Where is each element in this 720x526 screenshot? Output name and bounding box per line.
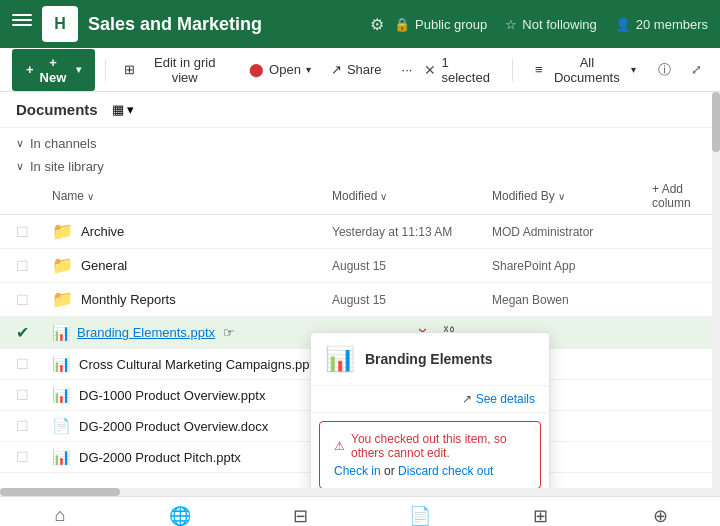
more-button[interactable]: ··· <box>394 57 421 82</box>
pptx-icon: 📊 <box>52 386 71 404</box>
calendar-icon: ⊟ <box>293 505 308 527</box>
folder-icon: 📁 <box>52 255 73 276</box>
popup-warning-header: ⚠ You checked out this item, so others c… <box>334 432 526 460</box>
view-chevron-icon: ▾ <box>127 102 134 117</box>
nav-calendar[interactable]: ⊟ <box>275 497 325 527</box>
popup-title: Branding Elements <box>365 351 493 367</box>
col-modified[interactable]: Modified ∨ <box>332 182 492 210</box>
share-icon: ↗ <box>331 62 342 77</box>
modified-by: Megan Bowen <box>492 293 652 307</box>
col-add-column[interactable]: + Add column <box>652 182 720 210</box>
row-checkbox[interactable]: ☐ <box>16 292 52 308</box>
pptx-icon: 📊 <box>52 448 71 466</box>
modified-date: Yesterday at 11:13 AM <box>332 225 492 239</box>
nav-add[interactable]: ⊕ <box>635 497 685 527</box>
table-row[interactable]: ☐ 📁 General August 15 SharePoint App <box>0 249 720 283</box>
people-icon: 👤 <box>615 17 631 32</box>
scroll-thumb[interactable] <box>712 92 720 152</box>
pptx-icon: 📊 <box>52 324 71 342</box>
list-icon: ≡ <box>535 62 543 77</box>
popup-warning: ⚠ You checked out this item, so others c… <box>319 421 541 488</box>
deselect-icon[interactable]: ✕ <box>424 62 436 78</box>
pptx-icon: 📊 <box>52 355 71 373</box>
new-button[interactable]: + + New ▾ <box>12 49 95 91</box>
top-bar-meta: 🔒 Public group ☆ Not following 👤 20 memb… <box>394 17 708 32</box>
open-icon: ⬤ <box>249 62 264 77</box>
file-name: DG-2000 Product Pitch.pptx <box>79 450 241 465</box>
popup-warning-links: Check in or Discard check out <box>334 464 526 478</box>
edit-grid-button[interactable]: ⊞ Edit in grid view <box>116 50 237 90</box>
modified-by: MOD Administrator <box>492 225 652 239</box>
chevron-down-icon: ∨ <box>16 137 24 150</box>
top-bar: H Sales and Marketing ⚙ 🔒 Public group ☆… <box>0 0 720 48</box>
grid-icon: ⊞ <box>124 62 135 77</box>
document-icon: 📄 <box>409 505 431 527</box>
popup-pptx-icon: 📊 <box>325 345 355 373</box>
toolbar: + + New ▾ ⊞ Edit in grid view ⬤ Open ▾ ↗… <box>0 48 720 92</box>
nav-home[interactable]: ⌂ <box>35 497 85 527</box>
follow-button[interactable]: ☆ Not following <box>505 17 596 32</box>
in-channels-tree-item[interactable]: ∨ In channels <box>16 134 704 153</box>
expand-icon[interactable]: ⤢ <box>685 58 708 81</box>
modified-by: SharePoint App <box>492 259 652 273</box>
toolbar-right: ✕ 1 selected ≡ All Documents ▾ ⓘ ⤢ <box>424 51 708 89</box>
discard-checkout-link[interactable]: Discard check out <box>398 464 493 478</box>
members-button[interactable]: 👤 20 members <box>615 17 708 32</box>
chevron-down-icon: ▾ <box>76 64 81 75</box>
table-row[interactable]: ☐ 📁 Archive Yesterday at 11:13 AM MOD Ad… <box>0 215 720 249</box>
file-name: Monthly Reports <box>81 292 176 307</box>
col-checkbox <box>16 182 52 210</box>
selected-badge: ✕ 1 selected <box>424 55 498 85</box>
sort-icon: ∨ <box>87 191 94 202</box>
share-button[interactable]: ↗ Share <box>323 57 390 82</box>
row-checkbox[interactable]: ☐ <box>16 418 52 434</box>
all-documents-button[interactable]: ≡ All Documents ▾ <box>527 51 644 89</box>
nav-document[interactable]: 📄 <box>395 497 445 527</box>
warning-icon: ⚠ <box>334 439 345 453</box>
see-details-button[interactable]: ↗ See details <box>311 386 549 413</box>
row-checkbox[interactable]: ☐ <box>16 258 52 274</box>
content-area: Documents ▦ ▾ ∨ In channels ∨ In site li… <box>0 92 720 488</box>
col-name[interactable]: Name ∨ <box>52 182 332 210</box>
file-name: Cross Cultural Marketing Campaigns.pptx <box>79 357 320 372</box>
view-toggle[interactable]: ▦ ▾ <box>106 100 140 119</box>
info-icon[interactable]: ⓘ <box>652 57 677 83</box>
cursor-icon: ☞ <box>223 325 235 340</box>
hamburger-menu[interactable] <box>12 14 32 34</box>
check-in-link[interactable]: Check in <box>334 464 381 478</box>
share-link-icon: ↗ <box>462 392 472 406</box>
folder-icon: 📁 <box>52 289 73 310</box>
in-site-library-tree-item[interactable]: ∨ In site library <box>16 157 704 176</box>
table-row[interactable]: ☐ 📁 Monthly Reports August 15 Megan Bowe… <box>0 283 720 317</box>
public-group-badge[interactable]: 🔒 Public group <box>394 17 487 32</box>
row-checkbox[interactable]: ☐ <box>16 449 52 465</box>
sort-icon: ∨ <box>558 191 565 202</box>
column-headers: Name ∨ Modified ∨ Modified By ∨ + Add co… <box>0 178 720 215</box>
col-modified-by[interactable]: Modified By ∨ <box>492 182 652 210</box>
row-checkbox[interactable]: ☐ <box>16 224 52 240</box>
row-checkbox[interactable]: ☐ <box>16 387 52 403</box>
nav-globe[interactable]: 🌐 <box>155 497 205 527</box>
chevron-down-icon: ▾ <box>631 64 636 75</box>
view-grid-icon: ▦ <box>112 102 124 117</box>
settings-icon[interactable]: ⚙ <box>370 15 384 34</box>
in-channels-section: ∨ In channels <box>0 128 720 155</box>
nav-apps[interactable]: ⊞ <box>515 497 565 527</box>
documents-header: Documents ▦ ▾ <box>0 92 720 128</box>
add-icon: ⊕ <box>653 505 668 527</box>
modified-date: August 15 <box>332 259 492 273</box>
folder-icon: 📁 <box>52 221 73 242</box>
horizontal-scrollbar[interactable] <box>0 488 720 496</box>
open-button[interactable]: ⬤ Open ▾ <box>241 57 319 82</box>
file-name[interactable]: Branding Elements.pptx <box>77 325 215 340</box>
file-name: DG-2000 Product Overview.docx <box>79 419 268 434</box>
globe-icon: 🔒 <box>394 17 410 32</box>
in-site-library-section: ∨ In site library <box>0 155 720 178</box>
toolbar-divider-2 <box>512 59 513 81</box>
horizontal-scroll-thumb[interactable] <box>0 488 120 496</box>
home-icon: ⌂ <box>55 505 66 526</box>
file-name: Archive <box>81 224 124 239</box>
vertical-scrollbar[interactable] <box>712 92 720 488</box>
row-checkbox[interactable]: ☐ <box>16 356 52 372</box>
checkout-status-icon: ✔ <box>16 323 52 342</box>
